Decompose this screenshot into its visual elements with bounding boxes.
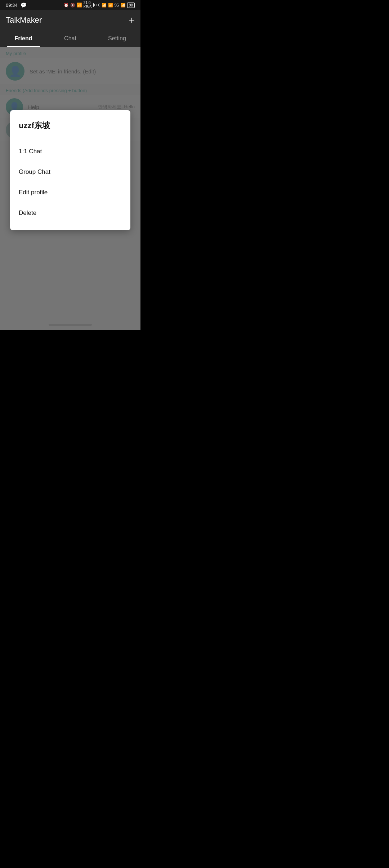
bluetooth-icon: 📶 <box>77 3 82 8</box>
modal-item-one-on-one-chat[interactable]: 1:1 Chat <box>19 141 122 162</box>
app-header: TalkMaker + <box>0 10 140 30</box>
tab-setting[interactable]: Setting <box>94 30 140 47</box>
time-display: 09:34 <box>6 3 18 8</box>
modal-username: uzzf东坡 <box>19 120 122 131</box>
add-friend-button[interactable]: + <box>129 15 135 25</box>
status-bar: 09:34 💬 ⏰ 🔇 📶 21.0KB/S HD 📶 📶 5G 📶 98 <box>0 0 140 10</box>
hd-badge: HD <box>93 3 100 7</box>
tab-chat[interactable]: Chat <box>47 30 94 47</box>
5g-label: 5G <box>115 3 119 7</box>
status-bar-right: ⏰ 🔇 📶 21.0KB/S HD 📶 📶 5G 📶 98 <box>64 1 135 9</box>
message-icon: 💬 <box>21 2 27 8</box>
data-speed: 21.0KB/S <box>84 1 92 9</box>
mute-icon: 🔇 <box>70 3 75 8</box>
status-bar-left: 09:34 💬 <box>6 2 27 8</box>
modal-item-group-chat[interactable]: Group Chat <box>19 162 122 182</box>
tab-friend[interactable]: Friend <box>0 30 47 47</box>
wifi-icon: 📶 <box>102 3 107 8</box>
alarm-icon: ⏰ <box>64 3 69 8</box>
modal-item-edit-profile[interactable]: Edit profile <box>19 182 122 203</box>
main-content: My profile 👤 Set as 'ME' in friends. (Ed… <box>0 47 140 330</box>
battery-level: 98 <box>127 3 135 8</box>
signal-icon: 📶 <box>108 3 113 8</box>
modal-item-delete[interactable]: Delete <box>19 203 122 223</box>
app-title: TalkMaker <box>6 15 42 25</box>
tab-bar: Friend Chat Setting <box>0 30 140 47</box>
context-menu-modal: uzzf东坡 1:1 Chat Group Chat Edit profile … <box>10 110 130 230</box>
signal-5g-icon: 📶 <box>121 3 126 8</box>
